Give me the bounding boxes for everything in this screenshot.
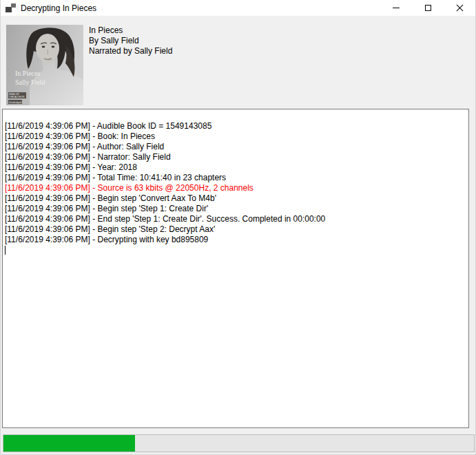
progress-fill <box>3 435 135 452</box>
minimize-icon <box>393 8 400 8</box>
log-line: [11/6/2019 4:39:06 PM] - End step 'Step … <box>5 214 468 224</box>
maximize-button[interactable] <box>412 0 444 16</box>
log-line: [11/6/2019 4:39:06 PM] - Audible Book ID… <box>5 121 468 131</box>
log-line: [11/6/2019 4:39:06 PM] - Begin step 'Ste… <box>5 224 468 235</box>
app-icon-square-small <box>11 3 16 8</box>
window-controls <box>380 0 475 16</box>
log-line: [11/6/2019 4:39:06 PM] - Begin step 'Ste… <box>5 204 468 214</box>
maximize-icon <box>425 5 431 11</box>
cover-author-text: Sally Field <box>15 78 45 86</box>
cover-edition-text: Unabridged <box>9 101 21 104</box>
log-line: [11/6/2019 4:39:06 PM] - Source is 63 kb… <box>5 183 468 193</box>
title-bar[interactable]: Decrypting In Pieces <box>1 0 475 16</box>
log-output[interactable]: [11/6/2019 4:39:06 PM] - Audible Book ID… <box>2 109 469 428</box>
cover-title-text: In Pieces <box>15 70 40 77</box>
book-cover-art: In Pieces Sally Field READ BY THE AUTHOR… <box>6 25 83 105</box>
window-title: Decrypting In Pieces <box>21 3 380 13</box>
log-line: [11/6/2019 4:39:06 PM] - Total Time: 10:… <box>5 173 468 183</box>
minimize-button[interactable] <box>380 0 412 16</box>
close-button[interactable] <box>444 0 475 16</box>
cover-badge-line2: THE AUTHOR <box>9 96 25 98</box>
progress-bar <box>3 434 475 452</box>
book-cover: In Pieces Sally Field READ BY THE AUTHOR… <box>6 25 83 105</box>
app-icon-square-large <box>6 7 12 12</box>
log-line: [11/6/2019 4:39:06 PM] - Begin step 'Con… <box>5 193 468 204</box>
log-line: [11/6/2019 4:39:06 PM] - Author: Sally F… <box>5 142 468 152</box>
book-narrator: Narrated by Sally Field <box>89 46 172 56</box>
book-info: In Pieces By Sally Field Narrated by Sal… <box>89 25 172 56</box>
close-icon <box>456 5 463 12</box>
app-window: { "window": { "title": "Decrypting In Pi… <box>0 0 476 455</box>
log-line: [11/6/2019 4:39:06 PM] - Book: In Pieces <box>5 131 468 142</box>
log-line: [11/6/2019 4:39:06 PM] - Year: 2018 <box>5 162 468 173</box>
app-icon <box>6 3 16 12</box>
book-title: In Pieces <box>89 25 172 36</box>
book-author: By Sally Field <box>89 36 172 46</box>
log-line: [11/6/2019 4:39:06 PM] - Decrypting with… <box>5 235 468 245</box>
log-line: [11/6/2019 4:39:06 PM] - Narrator: Sally… <box>5 152 468 162</box>
text-caret <box>5 246 6 255</box>
